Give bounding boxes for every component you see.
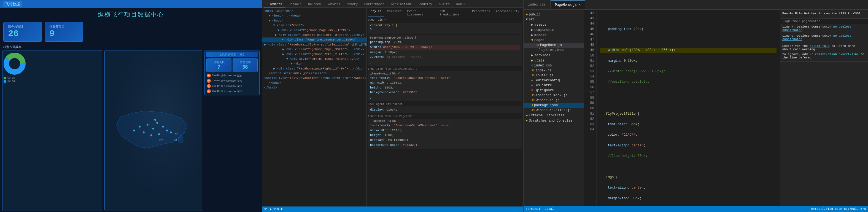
tree-eslintrc[interactable]: ⚙ .eslintrc [524, 83, 584, 88]
rank-item-3: ● CW-10 编号 xxxxxxxx 架次 [206, 89, 258, 94]
code-line-54: text-align: center; [600, 143, 776, 148]
search-prefix: Search for the [782, 44, 810, 48]
html-tag-4: ▼ <div class="Pagehome_PageHome__1tTRz"> [278, 28, 350, 33]
html-line-4[interactable]: ▼ <div class="Pagehome_PageHome__1tTRz"> [262, 28, 367, 33]
html-line-7[interactable]: ▶ <div class="Pagehome__flyProjectTitle_… [262, 42, 367, 47]
tree-services[interactable]: ▶ services [524, 53, 584, 58]
style-prop-2: width: calc(100% - 403px - 365px); [370, 45, 520, 50]
tab-security[interactable]: Security [414, 1, 435, 7]
tree-editorconfig[interactable]: ⚙ .editorconfig [524, 78, 584, 83]
svg-point-6 [153, 128, 154, 129]
tree-index-js[interactable]: JS index.js [524, 68, 584, 73]
tree-utils[interactable]: ▶ utils [524, 58, 584, 63]
tree-roadhorc[interactable]: JS roadhorc.mock.js [524, 93, 584, 98]
tab-elements[interactable]: Elements [264, 1, 285, 7]
html-line-16[interactable]: </html> [262, 86, 367, 90]
tab-audits[interactable]: Audits [435, 1, 453, 7]
rank-cols-2: CW-10 编号 xxxxxxxx 架次 [212, 84, 257, 88]
tree-external[interactable]: ▶ External Libraries [524, 113, 584, 118]
html-line-3[interactable]: ▼ <div id="root"> [262, 23, 367, 28]
tab-sources[interactable]: Sources [305, 1, 324, 7]
tab-console[interactable]: Console [285, 1, 305, 7]
inherited-selector: _PageHome__1tTRz { [370, 72, 520, 75]
tree-assets[interactable]: ▶ assets [524, 22, 584, 27]
tree-pagehome-less[interactable]: L PageHome.less [524, 48, 584, 53]
rank-bullet-0: ● [207, 73, 211, 78]
tree-webpackrc[interactable]: JS webpackrc.js [524, 98, 584, 103]
tree-src[interactable]: ▼ src [524, 17, 584, 22]
tab-application[interactable]: Application [388, 1, 414, 7]
url-label: https://blog.csdn.net/hulu_678 [811, 207, 866, 211]
file-icon-index-js: JS [531, 69, 534, 72]
html-line-6[interactable]: ▼ <div class="Pagehome_pageCenter__3d5vG… [262, 37, 367, 42]
folder-icon-services: ▶ [531, 53, 533, 57]
html-line-14[interactable]: <script type="text/javascript" async def… [262, 76, 367, 81]
file-icon-eslintrc: ⚙ [531, 84, 533, 87]
rank-rank-1: 架次 [237, 79, 242, 83]
pie-legend-item-1: CW-10 [4, 80, 101, 83]
rank-cols-1: CW-10 编号 xxxxxxxx 架次 [212, 79, 257, 83]
rank-rank-0: 架次 [237, 74, 242, 78]
search-link[interactable]: eslint rule [810, 44, 830, 48]
tab-redux[interactable]: Redux [453, 1, 469, 7]
tree-gitignore[interactable]: G .gitignore [524, 88, 584, 93]
tree-components[interactable]: ▶ components [524, 27, 584, 33]
tab-performance[interactable]: Performance [361, 1, 388, 7]
tree-label-package-json: package.json [534, 103, 558, 107]
styles-tab-dom[interactable]: DOM Breakpoints [437, 9, 469, 17]
editor-tab-css[interactable]: index.css [524, 0, 551, 9]
html-line-2[interactable]: ▼ <body> [262, 19, 367, 23]
tree-package-json[interactable]: J package.json [524, 103, 584, 108]
html-line-15[interactable]: </body> [262, 81, 367, 86]
tree-webpack-alias[interactable]: JS webpackrc.alias.js [524, 108, 584, 113]
tree-scratches[interactable]: ▶ Scratches and Consoles [524, 118, 584, 123]
html-line-8[interactable]: ▶ <div class="Pagehome_Imgs__33218">...<… [262, 47, 367, 52]
terminal-label[interactable]: Terminal [526, 207, 540, 211]
styles-tab-a11y[interactable]: Accessibility [493, 9, 522, 17]
current-hand-label: 当前飞手 [234, 60, 256, 64]
tree-index-css[interactable]: C index.css [524, 63, 584, 68]
svg-point-5 [147, 124, 148, 126]
html-tag-7: ▶ <div class="Pagehome__flyProjectTitle_… [264, 43, 367, 47]
tree-public[interactable]: ▶ public [524, 12, 584, 17]
code-line-52: font-size: 36px; [600, 122, 776, 127]
tree-models[interactable]: ▶ models [524, 33, 584, 38]
top-bar-label[interactable]: 飞行数据 [3, 1, 22, 7]
tree-label-webpack-alias: webpackrc.alias.js [536, 108, 571, 112]
svg-point-13 [133, 130, 135, 131]
html-tag-11: ▼ <div> [291, 62, 303, 66]
local-label[interactable]: Local [545, 207, 554, 211]
html-line-9[interactable]: ▶ <div class="Pagehome_2tts__2l9It">...<… [262, 52, 367, 57]
html-line-1[interactable]: ▶ <head>...</head> [262, 13, 367, 18]
tree-router-js[interactable]: JS router.js [524, 73, 584, 78]
html-line-11[interactable]: ▼ <div> [262, 61, 367, 66]
tree-pagehome-js[interactable]: JS PageHome.js [524, 43, 584, 48]
code-line-59: margin-top: 35px; [600, 196, 776, 201]
html-line-12[interactable]: ▶ <div class="Pagehome_pageRight__2T40H"… [262, 66, 367, 71]
code-lines: padding-top: 20px; width: calc(100% - 40… [596, 10, 780, 206]
svg-point-3 [178, 135, 183, 143]
html-line-5[interactable]: ▶ <div class="Pagehome_pageLeft__340bs">… [262, 33, 367, 37]
rank-cols-3: CW-10 编号 xxxxxxxx 架次 [212, 90, 257, 93]
style-source: PageHome_pageCenter__3d5vG { [370, 36, 520, 39]
tree-pages[interactable]: ▼ pages [524, 38, 584, 43]
html-line-10[interactable]: ▼ <div style="width: 100%; height: 77%"> [262, 57, 367, 61]
rank-model-3: CW-10 [212, 90, 220, 93]
svg-point-11 [151, 135, 152, 137]
style-prop-close: } [370, 60, 520, 65]
tree-label-eslintrc: .eslintrc [534, 84, 552, 87]
editor-tab-js[interactable]: PageHome.js × [551, 0, 586, 9]
html-tag-8: ▶ <div class="Pagehome_Imgs__33218">...<… [282, 48, 364, 52]
current-hand-box: 当前飞手 36 [232, 58, 258, 72]
tab-memory[interactable]: Memory [343, 1, 361, 7]
html-line-0[interactable]: <html lang="en"> [262, 9, 367, 13]
html-line-13[interactable]: <script src="index.js"></script> [262, 71, 367, 76]
styles-tab-events[interactable]: Event Listeners [404, 9, 437, 17]
tab-network[interactable]: Network [324, 1, 343, 7]
map-china: 南京 福建 广州 [105, 51, 202, 211]
div-prop-mw: min-width: 1200px; [370, 128, 520, 133]
styles-tab-props[interactable]: Properties [469, 9, 493, 17]
styles-tab-computed[interactable]: Computed [384, 9, 404, 17]
styles-tab-styles[interactable]: Styles [368, 9, 384, 17]
svg-point-14 [170, 132, 172, 133]
